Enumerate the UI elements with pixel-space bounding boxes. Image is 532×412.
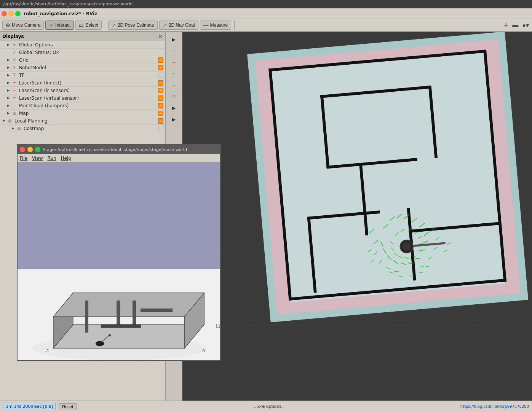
strip-expand-3[interactable]: ▶: [169, 115, 179, 124]
displays-close-button[interactable]: ✕: [158, 33, 163, 40]
robotmodel-checkbox[interactable]: ✓: [158, 65, 163, 70]
laser-virtual-icon: ~: [11, 95, 18, 101]
display-item-pointcloud[interactable]: ▶ : PointCloud (bumpers) ✓: [0, 102, 165, 110]
move-camera-label: Move Camera: [12, 22, 40, 28]
expand-laser-virtual: ▶: [6, 96, 11, 100]
maximize-btn[interactable]: [15, 11, 21, 16]
stage-menu-file[interactable]: File: [20, 156, 27, 161]
stage-window: Stage: /opt/ros/kinetic/share/turtlebot_…: [17, 144, 221, 361]
svg-text:-1: -1: [45, 348, 49, 353]
local-planning-checkbox[interactable]: ✓: [158, 118, 163, 124]
robotmodel-icon: R: [11, 65, 18, 71]
expand-pointcloud: ▶: [6, 103, 11, 108]
map-area: [182, 32, 532, 401]
reset-button[interactable]: Reset: [59, 403, 77, 410]
measure-icon: —: [203, 22, 209, 28]
status-time: 3m 14s 200msec [0,8]: [3, 403, 56, 410]
svg-point-12: [109, 334, 111, 336]
tf-checkbox[interactable]: [158, 73, 163, 78]
expand-global-options: ▶: [6, 43, 11, 47]
crosshair-button[interactable]: ✛: [503, 21, 509, 30]
nav-goal-button[interactable]: ↗ 2D Nav Goal: [159, 21, 198, 30]
grid-icon: ⊞: [11, 57, 18, 63]
display-item-costmap[interactable]: ▶ ▦ Costmap: [0, 125, 165, 132]
costmap-checkbox[interactable]: [158, 126, 163, 131]
stage-upper: [18, 162, 220, 281]
robotmodel-label: RobotModel: [19, 65, 158, 70]
stage-close-btn[interactable]: [20, 147, 25, 152]
svg-rect-29: [270, 52, 505, 302]
close-btn[interactable]: [2, 11, 7, 16]
stage-menu-help[interactable]: Help: [61, 156, 71, 161]
laser-kinect-icon: ~: [11, 80, 18, 86]
map-label: Map: [19, 111, 158, 116]
display-item-laser-virtual[interactable]: ▶ ~ LaserScan (virtual sensor) ✓: [0, 94, 165, 102]
local-planning-icon: ▦: [7, 118, 13, 124]
strip-icon-3: ~: [169, 69, 179, 78]
expand-laser-kinect: ▶: [6, 81, 11, 85]
strip-expand-2[interactable]: ▶: [169, 103, 179, 113]
svg-point-10: [96, 341, 104, 346]
display-item-laser-kinect[interactable]: ▶ ~ LaserScan (kinect) ✓: [0, 79, 165, 87]
laser-kinect-checkbox[interactable]: ✓: [158, 80, 163, 86]
stage-content: -1 0 11 12 13: [18, 162, 220, 360]
svg-rect-9: [133, 301, 136, 325]
grid-checkbox[interactable]: ✓: [158, 57, 163, 63]
select-button[interactable]: ▭ Select: [75, 21, 101, 30]
local-planning-label: Local Planning: [14, 118, 158, 124]
stage-max-btn[interactable]: [35, 147, 40, 152]
expand-global-status: [6, 50, 11, 55]
costmap-label: Costmap: [24, 126, 158, 131]
map-checkbox[interactable]: ✓: [158, 111, 163, 116]
grid-label: Grid: [19, 57, 158, 63]
toolbar: ⊕ Move Camera ☞ Interact ▭ Select ↗ 2D P…: [0, 19, 532, 32]
minimize-btn[interactable]: [8, 11, 14, 16]
stage-menu-run[interactable]: Run: [48, 156, 56, 161]
status-more: ...ore options.: [77, 404, 460, 409]
stage-title-text: Stage: /opt/ros/kinetic/share/turtlebot_…: [43, 147, 218, 152]
display-item-global-options[interactable]: ▶ ⚙ Global Options: [0, 41, 165, 49]
minus-button[interactable]: ▬: [511, 21, 519, 29]
strip-icon-2: ~: [169, 58, 179, 67]
stage-menu-bar: File View Run Help: [18, 154, 220, 162]
display-item-laser-ir[interactable]: ▶ ~ LaserScan (ir sensors) ✓: [0, 87, 165, 94]
title-path: /opt/ros/kinetic/share/turtlebot_stage/m…: [3, 2, 133, 6]
nav-extras: ✛ ▬ ●▾: [503, 21, 530, 30]
pose-estimate-button[interactable]: ↗ 2D Pose Estimate: [108, 21, 158, 30]
pointcloud-checkbox[interactable]: ✓: [158, 103, 163, 108]
move-camera-button[interactable]: ⊕ Move Camera: [2, 21, 44, 30]
laser-kinect-label: LaserScan (kinect): [19, 80, 158, 86]
displays-panel: Displays ✕ ▶ ⚙ Global Options ✓ Global S…: [0, 32, 166, 401]
stage-title-bar: Stage: /opt/ros/kinetic/share/turtlebot_…: [18, 145, 220, 154]
camera-button[interactable]: ●▾: [521, 21, 530, 30]
costmap-icon: ▦: [16, 126, 22, 132]
svg-marker-4: [53, 293, 204, 317]
expand-map: ▶: [6, 111, 11, 116]
display-item-local-planning[interactable]: ▼ ▦ Local Planning ✓: [0, 117, 165, 125]
global-options-label: Global Options: [19, 42, 163, 48]
laser-ir-checkbox[interactable]: ✓: [158, 88, 163, 93]
select-label: Select: [85, 22, 98, 28]
svg-text:0: 0: [202, 348, 205, 353]
svg-rect-5: [85, 301, 88, 332]
laser-virtual-checkbox[interactable]: ✓: [158, 95, 163, 101]
stage-menu-view[interactable]: View: [32, 156, 43, 161]
window-bar: robot_navigation.rviz* - RViz: [0, 8, 532, 19]
interact-button[interactable]: ☞ Interact: [45, 21, 74, 30]
svg-rect-6: [117, 301, 120, 325]
window-title: robot_navigation.rviz* - RViz: [24, 11, 97, 16]
expand-costmap: ▶: [11, 126, 15, 131]
interact-icon: ☞: [49, 22, 54, 28]
display-item-grid[interactable]: ▶ ⊞ Grid ✓: [0, 56, 165, 64]
display-item-robotmodel[interactable]: ▶ R RobotModel ✓: [0, 64, 165, 72]
display-item-global-status[interactable]: ✓ Global Status: Ok: [0, 49, 165, 56]
display-item-map[interactable]: ▶ ▦ Map ✓: [0, 110, 165, 117]
global-status-label: Global Status: Ok: [19, 50, 163, 55]
display-item-tf[interactable]: ▶ T TF: [0, 72, 165, 79]
measure-button[interactable]: — Measure: [200, 21, 232, 30]
svg-marker-1: [53, 325, 204, 348]
stage-min-btn[interactable]: [27, 147, 33, 152]
tf-label: TF: [19, 73, 158, 78]
nav-goal-icon: ↗: [163, 22, 167, 28]
strip-expand-1[interactable]: ▶: [169, 35, 179, 44]
